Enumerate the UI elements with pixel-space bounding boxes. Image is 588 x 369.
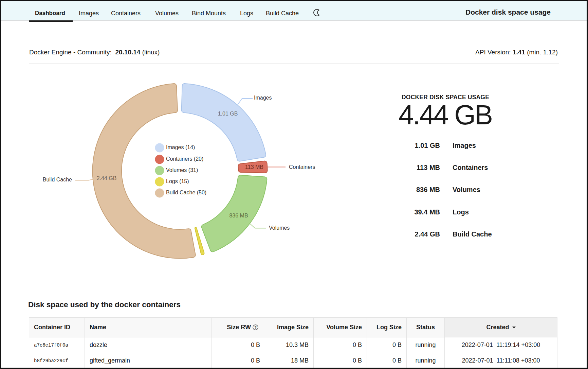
svg-text:113 MB: 113 MB <box>245 164 263 170</box>
svg-text:Images (14): Images (14) <box>166 144 195 150</box>
svg-text:Volumes (31): Volumes (31) <box>166 167 198 173</box>
svg-text:836 MB: 836 MB <box>229 213 248 218</box>
svg-text:Containers (20): Containers (20) <box>166 156 203 162</box>
svg-text:1.01 GB: 1.01 GB <box>218 111 238 117</box>
svg-text:Images: Images <box>254 95 272 101</box>
svg-text:?: ? <box>254 326 257 330</box>
svg-text:Containers: Containers <box>289 164 315 170</box>
svg-text:2.44 GB: 2.44 GB <box>97 175 117 181</box>
svg-text:Logs (15): Logs (15) <box>166 178 189 184</box>
svg-text:Volumes: Volumes <box>269 225 290 231</box>
svg-text:Build Cache: Build Cache <box>43 177 72 182</box>
svg-text:Build Cache (50): Build Cache (50) <box>166 190 206 195</box>
